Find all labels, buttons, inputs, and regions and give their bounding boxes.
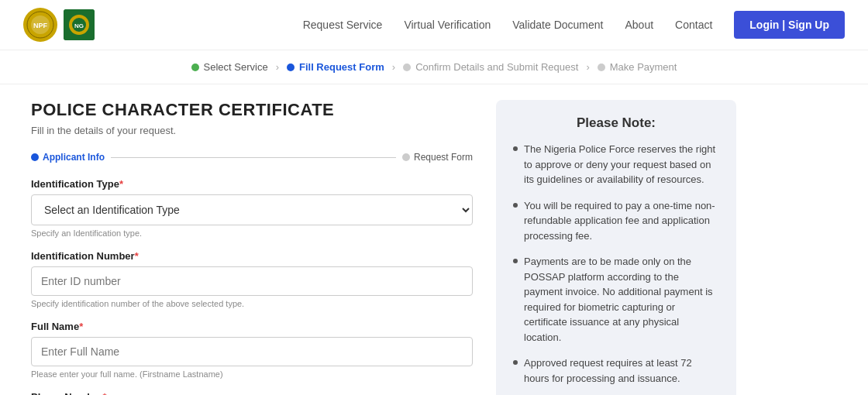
- notice-bullet-3: [513, 259, 518, 263]
- notice-bullet-2: [513, 203, 518, 208]
- notice-item-1: The Nigeria Police Force reserves the ri…: [513, 142, 719, 187]
- id-number-label: Identification Number*: [31, 250, 473, 262]
- step1-dot: [191, 64, 199, 71]
- notice-text-4: Approved request requires at least 72 ho…: [524, 356, 719, 386]
- login-signup-button[interactable]: Login | Sign Up: [734, 11, 845, 39]
- header: NPF NG Request Service Virtual Verificat…: [0, 0, 868, 50]
- step4-label: Make Payment: [610, 61, 677, 73]
- step-request-form: Request Form: [402, 152, 473, 163]
- phone-required: *: [102, 391, 106, 395]
- svg-text:NG: NG: [74, 22, 84, 29]
- form-subtitle: Fill in the details of your request.: [31, 125, 473, 136]
- full-name-group: Full Name* Please enter your full name. …: [31, 321, 473, 379]
- id-type-label: Identification Type*: [31, 178, 473, 190]
- arrow3: ›: [586, 61, 589, 73]
- notice-section: Please Note: The Nigeria Police Force re…: [496, 100, 736, 395]
- notice-text-2: You will be required to pay a one-time n…: [524, 198, 719, 244]
- full-name-required: *: [79, 321, 83, 332]
- step2-dot: [287, 64, 294, 71]
- step3-label: Confirm Details and Submit Request: [415, 61, 578, 73]
- notice-bullet-1: [513, 146, 518, 151]
- id-type-required: *: [119, 178, 123, 190]
- notice-item-4: Approved request requires at least 72 ho…: [513, 356, 719, 386]
- id-number-required: *: [135, 250, 139, 262]
- step2-label: Fill Request Form: [299, 61, 384, 73]
- breadcrumb-step3: Confirm Details and Submit Request: [403, 61, 578, 73]
- main-content: POLICE CHARACTER CERTIFICATE Fill in the…: [8, 84, 860, 395]
- step-applicant-label: Applicant Info: [43, 152, 105, 163]
- phone-group: Phone Number*: [31, 391, 473, 395]
- notice-title: Please Note:: [513, 115, 719, 131]
- id-number-group: Identification Number* Specify identific…: [31, 250, 473, 308]
- full-name-hint: Please enter your full name. (Firstname …: [31, 369, 473, 379]
- nav-validate-document[interactable]: Validate Document: [512, 19, 603, 31]
- svg-text:NPF: NPF: [33, 22, 48, 29]
- notice-text-3: Payments are to be made only on the POSS…: [524, 254, 719, 345]
- arrow2: ›: [392, 61, 395, 73]
- nav-virtual-verification[interactable]: Virtual Verification: [404, 19, 491, 31]
- logo-police: NPF: [23, 8, 57, 42]
- nav-about[interactable]: About: [625, 19, 653, 31]
- arrow1: ›: [276, 61, 279, 73]
- step-applicant-info: Applicant Info: [31, 152, 105, 163]
- step4-dot: [598, 64, 605, 71]
- form-progress: Applicant Info Request Form: [31, 152, 473, 163]
- nav-contact[interactable]: Contact: [675, 19, 712, 31]
- id-type-group: Identification Type* Select an Identific…: [31, 178, 473, 238]
- logo-area: NPF NG: [23, 8, 95, 42]
- step-applicant-dot: [31, 153, 39, 161]
- breadcrumb-step1: Select Service: [191, 61, 268, 73]
- breadcrumb: Select Service › Fill Request Form › Con…: [0, 50, 868, 84]
- id-number-input[interactable]: [31, 266, 473, 296]
- full-name-label: Full Name*: [31, 321, 473, 332]
- step-request-dot: [402, 153, 410, 161]
- page-title: POLICE CHARACTER CERTIFICATE: [31, 100, 473, 120]
- notice-list: The Nigeria Police Force reserves the ri…: [513, 142, 719, 395]
- step-request-label: Request Form: [414, 152, 473, 163]
- step3-dot: [403, 64, 411, 71]
- breadcrumb-step4: Make Payment: [598, 61, 677, 73]
- id-type-hint: Specify an Identification type.: [31, 228, 473, 238]
- nav-request-service[interactable]: Request Service: [303, 19, 383, 31]
- id-type-select[interactable]: Select an Identification Type: [31, 194, 473, 225]
- step-line: [111, 157, 396, 158]
- logo-ng: NG: [64, 9, 95, 40]
- phone-label: Phone Number*: [31, 391, 473, 395]
- id-number-hint: Specify identification number of the abo…: [31, 299, 473, 308]
- main-nav: Request Service Virtual Verification Val…: [303, 11, 845, 39]
- notice-item-3: Payments are to be made only on the POSS…: [513, 254, 719, 345]
- notice-item-2: You will be required to pay a one-time n…: [513, 198, 719, 244]
- form-section: POLICE CHARACTER CERTIFICATE Fill in the…: [31, 100, 473, 395]
- full-name-input[interactable]: [31, 337, 473, 366]
- notice-text-1: The Nigeria Police Force reserves the ri…: [524, 142, 719, 187]
- notice-bullet-4: [513, 360, 518, 365]
- step1-label: Select Service: [204, 61, 268, 73]
- breadcrumb-step2: Fill Request Form: [287, 61, 384, 73]
